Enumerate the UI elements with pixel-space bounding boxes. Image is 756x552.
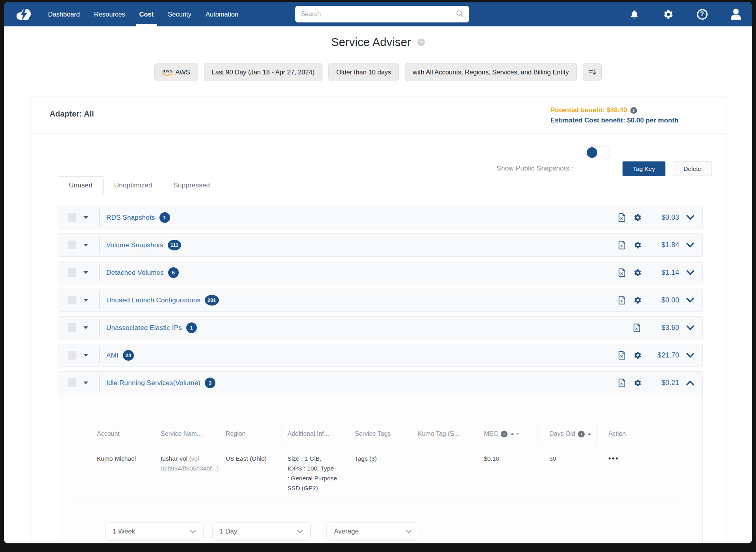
cell-days-old: 50 bbox=[537, 443, 597, 500]
category-row[interactable]: Detached Volumes 5 x bbox=[58, 261, 702, 284]
category-row[interactable]: RDS Snapshots 1 x bbox=[58, 206, 702, 229]
title-menu-icon[interactable]: ⋯ bbox=[417, 39, 425, 46]
category-row[interactable]: Unassociated Elastic IPs 1 x $3.60 bbox=[58, 317, 702, 339]
nav-item-resources[interactable]: Resources bbox=[94, 2, 125, 26]
settings-gear-icon[interactable] bbox=[662, 8, 674, 20]
col-header-mec[interactable]: MEC i bbox=[472, 424, 537, 443]
nav-item-cost[interactable]: Cost bbox=[139, 2, 154, 26]
granularity-select[interactable]: 1 Day bbox=[212, 522, 311, 541]
expand-chevron-icon[interactable] bbox=[686, 242, 695, 248]
col-header-additional-info[interactable]: Additional Inf... bbox=[282, 424, 349, 443]
provider-filter-chip[interactable]: aws AWS bbox=[154, 63, 198, 81]
expand-chevron-icon[interactable] bbox=[686, 352, 695, 358]
col-header-kumo-tag[interactable]: Kumo Tag (S... bbox=[412, 424, 472, 443]
tab-suppressed[interactable]: Suppressed bbox=[163, 176, 221, 194]
row-settings-gear-icon[interactable] bbox=[634, 379, 642, 387]
row-caret-icon[interactable] bbox=[83, 326, 88, 329]
row-checkbox[interactable] bbox=[68, 241, 76, 249]
period-select[interactable]: 1 Week bbox=[105, 522, 204, 541]
col-header-service-tags[interactable]: Service Tags bbox=[349, 424, 412, 443]
expand-chevron-icon[interactable] bbox=[686, 270, 695, 276]
row-checkbox[interactable] bbox=[68, 296, 76, 304]
profile-icon[interactable] bbox=[730, 8, 742, 20]
col-header-region[interactable]: Region bbox=[220, 424, 282, 443]
tab-unused[interactable]: Unused bbox=[58, 176, 104, 194]
export-excel-icon[interactable]: x bbox=[617, 240, 627, 250]
row-checkbox[interactable] bbox=[68, 351, 76, 359]
export-excel-icon[interactable]: x bbox=[617, 268, 627, 278]
category-label: Volume Snapshots bbox=[106, 241, 163, 249]
row-caret-icon[interactable] bbox=[83, 271, 88, 274]
row-caret-icon[interactable] bbox=[83, 216, 88, 219]
cell-action[interactable]: ••• bbox=[597, 443, 687, 500]
search-icon[interactable] bbox=[456, 10, 463, 19]
col-header-service-name[interactable]: Service Nam... bbox=[155, 424, 220, 443]
category-label: Idle Running Services(Volume) bbox=[106, 379, 200, 387]
svg-text:x: x bbox=[635, 326, 638, 331]
col-header-days-old[interactable]: Days Old i bbox=[537, 424, 597, 443]
days-old-info-icon[interactable]: i bbox=[578, 431, 585, 437]
category-price: $3.60 bbox=[649, 324, 679, 332]
date-range-filter-chip[interactable]: Last 90 Day (Jan 18 - Apr 27, 2024) bbox=[204, 63, 322, 81]
category-price: $0.00 bbox=[649, 296, 679, 304]
category-label: Unused Launch Configurations bbox=[106, 296, 200, 304]
category-card: RDS Snapshots 1 x bbox=[58, 206, 703, 229]
notifications-bell-icon[interactable] bbox=[628, 8, 640, 20]
count-badge: 201 bbox=[205, 295, 219, 306]
category-row[interactable]: Idle Running Services(Volume) 3 x bbox=[58, 372, 702, 394]
row-settings-gear-icon[interactable] bbox=[634, 213, 642, 222]
row-caret-icon[interactable] bbox=[83, 299, 88, 302]
aws-logo-icon: aws bbox=[162, 68, 172, 76]
estimated-benefit-label: Estimated Cost benefit: $0.00 per month bbox=[550, 115, 678, 126]
row-checkbox[interactable] bbox=[68, 323, 76, 332]
row-checkbox[interactable] bbox=[68, 213, 76, 222]
days-old-sort-icon[interactable] bbox=[587, 433, 591, 435]
col-header-account[interactable]: Account bbox=[97, 424, 155, 443]
row-settings-gear-icon[interactable] bbox=[634, 269, 642, 277]
row-caret-icon[interactable] bbox=[83, 354, 88, 357]
search-input[interactable] bbox=[301, 11, 456, 18]
cell-region: US East (Ohio) bbox=[220, 443, 282, 500]
row-settings-gear-icon[interactable] bbox=[634, 351, 642, 359]
expand-chevron-icon[interactable] bbox=[686, 297, 695, 303]
brand-logo-icon[interactable] bbox=[14, 5, 33, 23]
row-caret-icon[interactable] bbox=[83, 382, 88, 384]
help-icon[interactable]: ? bbox=[696, 8, 708, 20]
mec-info-icon[interactable]: i bbox=[501, 431, 508, 437]
search-box bbox=[295, 6, 469, 22]
potential-benefit-info-icon[interactable]: i bbox=[630, 107, 637, 114]
expand-chevron-icon[interactable] bbox=[686, 380, 695, 386]
sort-filter-button[interactable] bbox=[583, 63, 602, 81]
export-excel-icon[interactable]: x bbox=[617, 295, 627, 305]
row-caret-icon[interactable] bbox=[83, 244, 88, 246]
expand-chevron-icon[interactable] bbox=[686, 325, 695, 331]
export-excel-icon[interactable]: x bbox=[617, 213, 627, 222]
category-label: RDS Snapshots bbox=[106, 214, 155, 222]
age-filter-chip[interactable]: Older than 10 days bbox=[328, 63, 399, 81]
row-checkbox[interactable] bbox=[68, 378, 76, 387]
mec-sort-icons[interactable] bbox=[510, 433, 519, 435]
category-row[interactable]: Unused Launch Configurations 201 x bbox=[58, 289, 702, 311]
tab-unoptimized[interactable]: Unoptimized bbox=[104, 176, 163, 194]
export-excel-icon[interactable]: x bbox=[617, 378, 627, 388]
delete-button[interactable]: Delete bbox=[673, 161, 712, 176]
count-badge: 3 bbox=[205, 378, 215, 388]
nav-item-dashboard[interactable]: Dashboard bbox=[48, 2, 80, 26]
nav-item-security[interactable]: Security bbox=[168, 2, 191, 26]
category-card: Volume Snapshots 111 x bbox=[58, 233, 703, 257]
nav-item-automation[interactable]: Automation bbox=[206, 2, 238, 26]
export-excel-icon[interactable]: x bbox=[632, 323, 642, 333]
cell-service-tags[interactable]: Tags (3) bbox=[349, 443, 412, 500]
row-checkbox[interactable] bbox=[68, 268, 76, 277]
aggregation-select[interactable]: Average bbox=[326, 522, 419, 541]
expand-chevron-icon[interactable] bbox=[686, 215, 695, 220]
scope-filter-chip[interactable]: with All Accounts, Regions, Services, an… bbox=[405, 63, 576, 81]
category-row[interactable]: Volume Snapshots 111 x bbox=[58, 234, 702, 256]
category-row[interactable]: AMI 24 x bbox=[58, 344, 702, 367]
row-settings-gear-icon[interactable] bbox=[634, 296, 642, 304]
export-excel-icon[interactable]: x bbox=[617, 350, 627, 360]
show-public-snapshots-toggle[interactable] bbox=[585, 146, 610, 159]
row-settings-gear-icon[interactable] bbox=[634, 241, 642, 249]
count-badge: 5 bbox=[168, 267, 179, 278]
tag-key-button[interactable]: Tag Key bbox=[623, 161, 665, 176]
